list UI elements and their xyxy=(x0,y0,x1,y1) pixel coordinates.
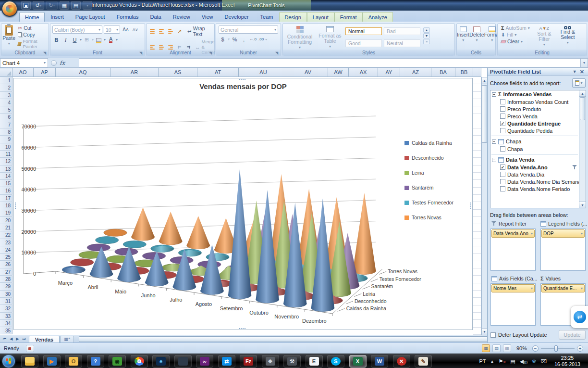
scroll-down-icon[interactable]: ▼ xyxy=(482,328,487,335)
legend-item[interactable]: Caldas da Rainha xyxy=(404,140,453,146)
column-header-AR[interactable]: AR xyxy=(110,68,159,77)
tab-data[interactable]: Data xyxy=(144,12,167,22)
month-label[interactable]: Julho xyxy=(170,297,182,303)
taskbar-icon-windows-explorer[interactable] xyxy=(21,355,38,368)
series-axis-label[interactable]: Desconhecido xyxy=(355,298,387,304)
legend-item[interactable]: Leiria xyxy=(404,170,453,176)
column-header-AY[interactable]: AY xyxy=(378,68,400,77)
chart-plot-area[interactable]: 010000200003000040000500006000070000Març… xyxy=(14,78,472,330)
clipboard-tray-icon[interactable]: ▤ xyxy=(510,358,515,365)
cone-base[interactable] xyxy=(104,229,127,236)
clipboard-dialog-launcher[interactable]: ◥ xyxy=(43,51,48,55)
collapse-icon[interactable]: − xyxy=(492,92,496,97)
taskbar-icon-teamviewer[interactable]: ⇄ xyxy=(218,355,235,368)
legend-item[interactable]: Desconhecido xyxy=(404,155,453,161)
taskbar-icon-outlook[interactable]: O xyxy=(65,355,82,368)
font-name-combo[interactable]: Calibri (Body)▾ xyxy=(52,25,102,34)
vertical-scroll-thumb[interactable] xyxy=(482,85,487,143)
month-label[interactable]: Abril xyxy=(88,284,98,290)
taskbar-icon-report-document[interactable]: E xyxy=(306,355,323,368)
column-header-AX[interactable]: AX xyxy=(349,68,378,77)
month-label[interactable]: Maio xyxy=(115,289,126,294)
align-bottom-button[interactable] xyxy=(166,27,174,36)
align-top-button[interactable] xyxy=(148,27,156,36)
update-button[interactable]: Update xyxy=(559,330,586,340)
copy-button[interactable]: Copy xyxy=(16,31,49,38)
tab-review[interactable]: Review xyxy=(167,12,196,22)
field-filter-icon[interactable] xyxy=(572,165,577,170)
zoom-slider[interactable] xyxy=(541,348,575,349)
first-sheet-icon[interactable]: ⏮ xyxy=(1,337,8,342)
autosum-button[interactable]: ΣAutoSum▾ xyxy=(500,25,531,31)
row-header-35[interactable]: 35 xyxy=(0,327,12,334)
month-label[interactable]: Setembro xyxy=(220,305,243,311)
cone-Torres Novas-Dezembro[interactable] xyxy=(353,193,376,274)
column-header-AU[interactable]: AU xyxy=(239,68,288,77)
field-checkbox[interactable] xyxy=(500,114,505,119)
name-box[interactable]: Chart 4▾ xyxy=(0,58,48,67)
series-axis-label[interactable]: Santarém xyxy=(371,283,393,289)
next-sheet-icon[interactable]: ▶ xyxy=(14,337,20,341)
zoom-level[interactable]: 90% xyxy=(514,345,530,351)
field-checkbox[interactable] xyxy=(500,186,505,191)
formula-input[interactable] xyxy=(79,58,580,67)
align-middle-button[interactable] xyxy=(157,27,165,36)
tab-home[interactable]: Home xyxy=(19,12,45,22)
font-color-button[interactable]: A xyxy=(107,36,115,44)
macro-record-icon[interactable] xyxy=(26,345,34,352)
number-dialog-launcher[interactable]: ◥ xyxy=(275,51,280,55)
row-header-23[interactable]: 23 xyxy=(0,239,12,246)
taskbar-icon-internet-explorer[interactable]: e xyxy=(152,355,170,368)
taskbar-icon-installer-help[interactable]: ? xyxy=(87,355,104,368)
find-select-button[interactable]: Find & Select▾ xyxy=(557,25,578,47)
font-size-combo[interactable]: 10▾ xyxy=(104,25,120,34)
report-filter-field-pill[interactable]: Data Venda.Ano▾ xyxy=(491,229,535,238)
italic-button[interactable]: I xyxy=(61,36,70,44)
delete-cells-button[interactable]: Delete▾ xyxy=(469,25,484,43)
column-header-AO[interactable]: AO xyxy=(12,68,34,77)
row-header-7[interactable]: 7 xyxy=(0,121,12,128)
month-label[interactable]: Dezembro xyxy=(302,318,327,324)
panel-close-icon[interactable]: ✕ xyxy=(578,69,586,75)
row-header-31[interactable]: 31 xyxy=(0,298,12,305)
formula-bar-expand-icon[interactable]: ▾ xyxy=(580,58,588,67)
field-item[interactable]: Informacao Vendas Count xyxy=(490,98,579,105)
taskbar-icon-chrome[interactable] xyxy=(131,355,148,368)
row-header-3[interactable]: 3 xyxy=(0,92,12,99)
field-item[interactable]: Data Venda.Nome Dia Semana xyxy=(490,178,579,185)
row-header-16[interactable]: 16 xyxy=(0,187,12,194)
row-header-9[interactable]: 9 xyxy=(0,136,12,143)
cone-base[interactable] xyxy=(96,237,119,244)
legend-fields-area[interactable]: DOP▾ xyxy=(540,228,586,271)
scroll-up-icon[interactable]: ▲ xyxy=(482,77,487,84)
row-header-25[interactable]: 25 xyxy=(0,254,12,261)
fill-button[interactable]: ⬇Fill▾ xyxy=(500,31,531,38)
row-header-20[interactable]: 20 xyxy=(0,217,12,224)
tab-team[interactable]: Team xyxy=(255,12,279,22)
field-scroll-up-icon[interactable]: ▲ xyxy=(579,90,586,97)
save-icon[interactable] xyxy=(21,1,31,10)
cone-Torres Novas-Abril[interactable] xyxy=(132,207,155,241)
styles-gallery-down-icon[interactable]: ▼ xyxy=(423,33,430,38)
format-as-table-button[interactable]: Format as Table▾ xyxy=(317,25,343,50)
cell-style-good[interactable]: Good xyxy=(345,39,382,47)
row-header-6[interactable]: 6 xyxy=(0,114,12,121)
sheet-tab-vendas[interactable]: Vendas xyxy=(29,336,60,343)
tab-format[interactable]: Format xyxy=(334,12,363,22)
taskbar-icon-media-player[interactable]: ▶ xyxy=(43,355,61,368)
taskbar-icon-word[interactable]: W xyxy=(371,355,388,368)
prev-sheet-icon[interactable]: ◀ xyxy=(8,337,14,341)
row-header-18[interactable]: 18 xyxy=(0,202,12,209)
column-header-AV[interactable]: AV xyxy=(288,68,328,77)
row-header-2[interactable]: 2 xyxy=(0,84,12,91)
field-scroll-thumb[interactable] xyxy=(580,97,585,120)
sort-filter-button[interactable]: A▼Z Sort & Filter▾ xyxy=(534,25,554,47)
row-header-29[interactable]: 29 xyxy=(0,283,12,290)
taskbar-clock[interactable]: 23:25 16-05-2013 xyxy=(549,355,586,368)
field-item[interactable]: Data Venda.Nome Feriado xyxy=(490,185,579,192)
legend-field-pill[interactable]: DOP▾ xyxy=(541,229,585,238)
tab-developer[interactable]: Developer xyxy=(219,12,254,22)
alignment-dialog-launcher[interactable]: ◥ xyxy=(209,51,213,55)
taskbar-icon-filezilla[interactable]: Fz xyxy=(240,355,257,368)
redo-icon[interactable]: ↻▾ xyxy=(46,1,58,10)
